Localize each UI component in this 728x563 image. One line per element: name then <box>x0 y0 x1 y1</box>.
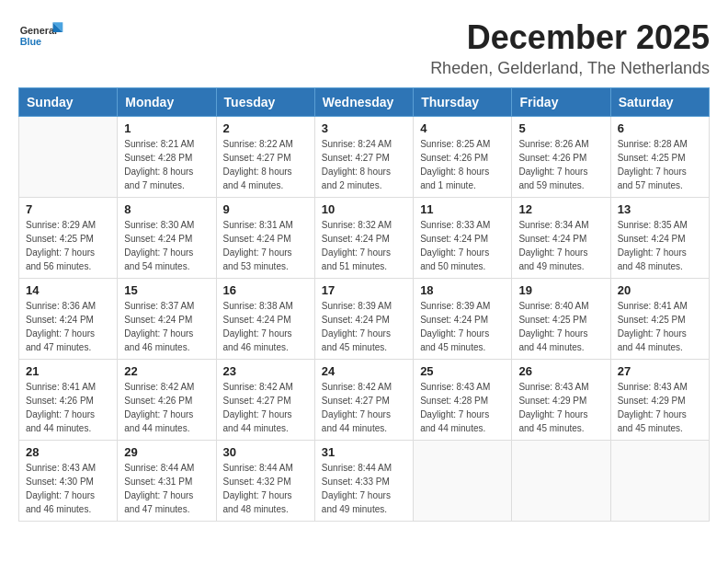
day-number: 15 <box>124 283 209 297</box>
header-day: Friday <box>512 88 610 117</box>
calendar-cell: 30Sunrise: 8:44 AMSunset: 4:32 PMDayligh… <box>216 441 314 522</box>
calendar-cell: 19Sunrise: 8:40 AMSunset: 4:25 PMDayligh… <box>512 279 610 360</box>
day-number: 29 <box>124 445 209 459</box>
day-info: Sunrise: 8:43 AMSunset: 4:29 PMDaylight:… <box>618 380 702 435</box>
calendar-cell: 14Sunrise: 8:36 AMSunset: 4:24 PMDayligh… <box>19 279 118 360</box>
calendar-cell: 31Sunrise: 8:44 AMSunset: 4:33 PMDayligh… <box>314 441 413 522</box>
day-number: 12 <box>518 202 603 216</box>
day-number: 23 <box>223 364 308 378</box>
week-row: 28Sunrise: 8:43 AMSunset: 4:30 PMDayligh… <box>19 441 710 522</box>
calendar-cell: 18Sunrise: 8:39 AMSunset: 4:24 PMDayligh… <box>414 279 512 360</box>
title-section: December 2025 Rheden, Gelderland, The Ne… <box>430 18 710 78</box>
day-number: 2 <box>223 121 308 135</box>
day-info: Sunrise: 8:39 AMSunset: 4:24 PMDaylight:… <box>420 299 505 354</box>
day-info: Sunrise: 8:31 AMSunset: 4:24 PMDaylight:… <box>223 218 308 273</box>
calendar: SundayMondayTuesdayWednesdayThursdayFrid… <box>18 87 710 522</box>
day-info: Sunrise: 8:24 AMSunset: 4:27 PMDaylight:… <box>322 137 406 192</box>
day-number: 3 <box>322 121 406 135</box>
calendar-cell: 25Sunrise: 8:43 AMSunset: 4:28 PMDayligh… <box>414 360 512 441</box>
logo-icon: General Blue <box>18 18 64 55</box>
day-number: 20 <box>618 283 702 297</box>
day-number: 26 <box>518 364 603 378</box>
calendar-cell: 10Sunrise: 8:32 AMSunset: 4:24 PMDayligh… <box>314 198 413 279</box>
header-day: Saturday <box>610 88 709 117</box>
calendar-cell: 4Sunrise: 8:25 AMSunset: 4:26 PMDaylight… <box>414 117 512 198</box>
day-info: Sunrise: 8:32 AMSunset: 4:24 PMDaylight:… <box>322 218 406 273</box>
calendar-cell: 20Sunrise: 8:41 AMSunset: 4:25 PMDayligh… <box>610 279 709 360</box>
day-number: 6 <box>618 121 702 135</box>
day-info: Sunrise: 8:42 AMSunset: 4:27 PMDaylight:… <box>223 380 308 435</box>
calendar-cell: 7Sunrise: 8:29 AMSunset: 4:25 PMDaylight… <box>19 198 118 279</box>
calendar-cell: 24Sunrise: 8:42 AMSunset: 4:27 PMDayligh… <box>314 360 413 441</box>
calendar-cell <box>610 441 709 522</box>
day-info: Sunrise: 8:41 AMSunset: 4:25 PMDaylight:… <box>618 299 702 354</box>
day-info: Sunrise: 8:38 AMSunset: 4:24 PMDaylight:… <box>223 299 308 354</box>
calendar-cell: 27Sunrise: 8:43 AMSunset: 4:29 PMDayligh… <box>610 360 709 441</box>
header-day: Wednesday <box>314 88 413 117</box>
day-number: 31 <box>322 445 406 459</box>
calendar-cell: 12Sunrise: 8:34 AMSunset: 4:24 PMDayligh… <box>512 198 610 279</box>
day-number: 21 <box>26 364 110 378</box>
day-info: Sunrise: 8:36 AMSunset: 4:24 PMDaylight:… <box>26 299 110 354</box>
day-info: Sunrise: 8:37 AMSunset: 4:24 PMDaylight:… <box>124 299 209 354</box>
calendar-cell: 16Sunrise: 8:38 AMSunset: 4:24 PMDayligh… <box>216 279 314 360</box>
logo: General Blue <box>18 18 68 55</box>
calendar-cell: 23Sunrise: 8:42 AMSunset: 4:27 PMDayligh… <box>216 360 314 441</box>
calendar-cell: 1Sunrise: 8:21 AMSunset: 4:28 PMDaylight… <box>118 117 216 198</box>
day-number: 9 <box>223 202 308 216</box>
header-row: SundayMondayTuesdayWednesdayThursdayFrid… <box>19 88 710 117</box>
day-info: Sunrise: 8:21 AMSunset: 4:28 PMDaylight:… <box>124 137 209 192</box>
day-info: Sunrise: 8:44 AMSunset: 4:33 PMDaylight:… <box>322 461 406 516</box>
calendar-cell: 28Sunrise: 8:43 AMSunset: 4:30 PMDayligh… <box>19 441 118 522</box>
day-info: Sunrise: 8:33 AMSunset: 4:24 PMDaylight:… <box>420 218 505 273</box>
svg-text:Blue: Blue <box>20 36 41 47</box>
day-number: 14 <box>26 283 110 297</box>
day-info: Sunrise: 8:44 AMSunset: 4:32 PMDaylight:… <box>223 461 308 516</box>
calendar-cell: 6Sunrise: 8:28 AMSunset: 4:25 PMDaylight… <box>610 117 709 198</box>
day-info: Sunrise: 8:28 AMSunset: 4:25 PMDaylight:… <box>618 137 702 192</box>
day-info: Sunrise: 8:39 AMSunset: 4:24 PMDaylight:… <box>322 299 406 354</box>
day-info: Sunrise: 8:22 AMSunset: 4:27 PMDaylight:… <box>223 137 308 192</box>
day-info: Sunrise: 8:29 AMSunset: 4:25 PMDaylight:… <box>26 218 110 273</box>
day-info: Sunrise: 8:26 AMSunset: 4:26 PMDaylight:… <box>518 137 603 192</box>
main-title: December 2025 <box>430 18 710 57</box>
day-number: 10 <box>322 202 406 216</box>
calendar-cell: 29Sunrise: 8:44 AMSunset: 4:31 PMDayligh… <box>118 441 216 522</box>
day-number: 27 <box>618 364 702 378</box>
day-number: 22 <box>124 364 209 378</box>
day-number: 18 <box>420 283 505 297</box>
day-info: Sunrise: 8:43 AMSunset: 4:30 PMDaylight:… <box>26 461 110 516</box>
day-info: Sunrise: 8:43 AMSunset: 4:29 PMDaylight:… <box>518 380 603 435</box>
calendar-cell <box>512 441 610 522</box>
day-number: 17 <box>322 283 406 297</box>
day-number: 7 <box>26 202 110 216</box>
header: General Blue December 2025 Rheden, Gelde… <box>18 18 710 78</box>
calendar-cell: 13Sunrise: 8:35 AMSunset: 4:24 PMDayligh… <box>610 198 709 279</box>
day-number: 25 <box>420 364 505 378</box>
day-number: 19 <box>518 283 603 297</box>
week-row: 21Sunrise: 8:41 AMSunset: 4:26 PMDayligh… <box>19 360 710 441</box>
day-number: 11 <box>420 202 505 216</box>
calendar-cell: 26Sunrise: 8:43 AMSunset: 4:29 PMDayligh… <box>512 360 610 441</box>
day-info: Sunrise: 8:41 AMSunset: 4:26 PMDaylight:… <box>26 380 110 435</box>
day-number: 5 <box>518 121 603 135</box>
day-info: Sunrise: 8:34 AMSunset: 4:24 PMDaylight:… <box>518 218 603 273</box>
calendar-cell: 8Sunrise: 8:30 AMSunset: 4:24 PMDaylight… <box>118 198 216 279</box>
calendar-cell: 3Sunrise: 8:24 AMSunset: 4:27 PMDaylight… <box>314 117 413 198</box>
day-number: 28 <box>26 445 110 459</box>
header-day: Tuesday <box>216 88 314 117</box>
week-row: 1Sunrise: 8:21 AMSunset: 4:28 PMDaylight… <box>19 117 710 198</box>
calendar-cell: 2Sunrise: 8:22 AMSunset: 4:27 PMDaylight… <box>216 117 314 198</box>
day-number: 16 <box>223 283 308 297</box>
header-day: Thursday <box>414 88 512 117</box>
day-number: 4 <box>420 121 505 135</box>
day-number: 30 <box>223 445 308 459</box>
calendar-cell: 17Sunrise: 8:39 AMSunset: 4:24 PMDayligh… <box>314 279 413 360</box>
calendar-cell <box>19 117 118 198</box>
day-info: Sunrise: 8:25 AMSunset: 4:26 PMDaylight:… <box>420 137 505 192</box>
day-number: 1 <box>124 121 209 135</box>
calendar-cell <box>414 441 512 522</box>
day-info: Sunrise: 8:35 AMSunset: 4:24 PMDaylight:… <box>618 218 702 273</box>
calendar-cell: 21Sunrise: 8:41 AMSunset: 4:26 PMDayligh… <box>19 360 118 441</box>
calendar-cell: 15Sunrise: 8:37 AMSunset: 4:24 PMDayligh… <box>118 279 216 360</box>
